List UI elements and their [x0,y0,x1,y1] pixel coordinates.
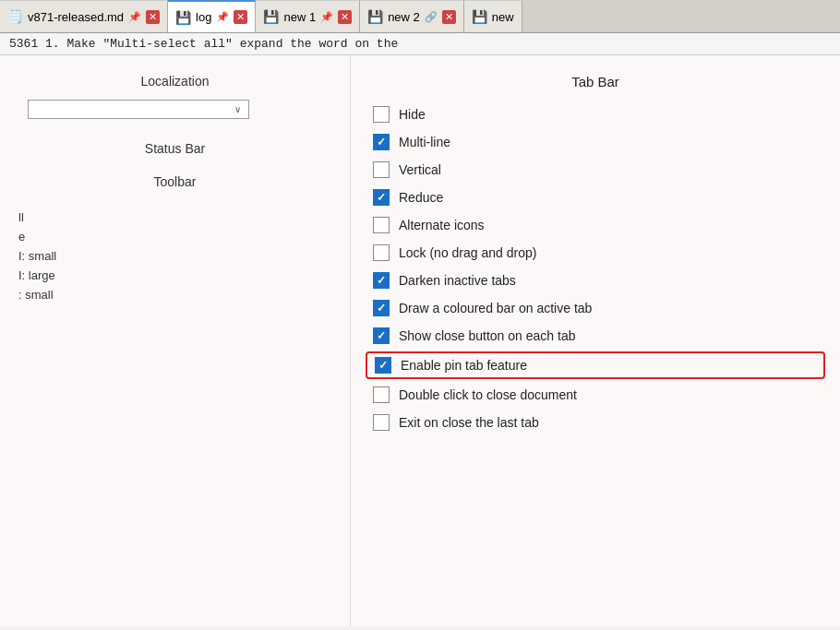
sidebar-text-section: ll e I: small I: large : small [18,208,331,304]
tab-new1[interactable]: 💾 new 1 📌 ✕ [256,0,360,32]
sidebar-text-item-5: : small [18,285,331,304]
tab-save-icon: 💾 [175,10,191,25]
toolbar-label: Toolbar [18,174,331,189]
options-list: Hide Multi-line Vertical Reduce Alternat… [373,104,818,433]
checkbox-multiline[interactable] [373,134,390,150]
localization-dropdown[interactable]: ∨ [28,100,249,119]
checkbox-darken-inactive[interactable] [373,272,390,289]
option-vertical: Vertical [373,160,818,180]
option-label-enable-pin-tab[interactable]: Enable pin tab feature [401,358,527,373]
localization-label: Localization [18,74,331,89]
tab-label: new 1 [283,10,316,24]
checkbox-draw-coloured-bar[interactable] [373,300,390,316]
dropdown-container: ∨ [18,100,331,119]
option-label-hide[interactable]: Hide [399,107,426,122]
option-show-close-button: Show close button on each tab [373,326,818,346]
tab-close-button[interactable]: ✕ [146,10,160,24]
checkbox-alternate-icons[interactable] [373,217,390,233]
sidebar-text-item-4: I: large [18,266,331,285]
option-double-click-close: Double click to close document [373,385,818,405]
option-enable-pin-tab: Enable pin tab feature [366,351,825,379]
left-sidebar: Localization ∨ Status Bar Toolbar ll e I… [0,55,351,626]
pin-icon: 📌 [128,11,141,23]
tab-close-button[interactable]: ✕ [338,10,352,24]
checkbox-reduce[interactable] [373,189,390,206]
localization-section: Localization ∨ [18,74,331,119]
checkbox-lock-no-drag[interactable] [373,244,390,261]
option-label-vertical[interactable]: Vertical [399,162,441,177]
tab-save-icon: 💾 [263,9,279,24]
option-label-multiline[interactable]: Multi-line [399,135,450,149]
tab-log[interactable]: 💾 log 📌 ✕ [168,0,256,32]
tab-new[interactable]: 💾 new [464,0,522,32]
tab-label: v871-released.md [28,10,124,24]
option-label-show-close-button[interactable]: Show close button on each tab [399,328,575,343]
status-line: 5361 1. Make "Multi-select all" expand t… [0,33,840,55]
checkbox-enable-pin-tab[interactable] [375,357,391,374]
option-exit-on-close: Exit on close the last tab [373,412,818,433]
option-label-exit-on-close[interactable]: Exit on close the last tab [399,415,539,430]
tab-bar: 🗒️ v871-released.md 📌 ✕ 💾 log 📌 ✕ 💾 new … [0,0,840,33]
pin-icon: 📌 [216,11,229,23]
option-label-draw-coloured-bar[interactable]: Draw a coloured bar on active tab [399,301,592,315]
toolbar-section: Toolbar [18,174,331,189]
tab-file-icon: 🗒️ [7,9,23,24]
tab-v871[interactable]: 🗒️ v871-released.md 📌 ✕ [0,0,168,32]
pin-icon: 📌 [320,11,333,23]
status-bar-section: Status Bar [18,141,331,156]
checkbox-exit-on-close[interactable] [373,414,390,431]
tab-close-button[interactable]: ✕ [442,10,456,24]
checkbox-double-click-close[interactable] [373,386,390,403]
sidebar-text-item-3: I: small [18,246,331,266]
option-label-double-click-close[interactable]: Double click to close document [399,387,577,402]
option-alternate-icons: Alternate icons [373,215,818,235]
sidebar-text-item-2: e [18,227,331,246]
option-hide: Hide [373,104,818,125]
option-label-alternate-icons[interactable]: Alternate icons [399,218,485,232]
right-panel: Tab Bar Hide Multi-line Vertical Reduce [351,55,840,626]
checkbox-vertical[interactable] [373,161,390,178]
chevron-down-icon: ∨ [234,104,241,114]
unpin-icon: 🔗 [425,11,438,23]
tab-label: new [492,10,514,24]
tab-new2[interactable]: 💾 new 2 🔗 ✕ [360,0,464,32]
option-draw-coloured-bar: Draw a coloured bar on active tab [373,298,818,318]
status-bar-label: Status Bar [18,141,331,156]
panel-title: Tab Bar [373,74,818,89]
checkbox-show-close-button[interactable] [373,327,390,344]
option-label-lock-no-drag[interactable]: Lock (no drag and drop) [399,245,536,260]
tab-label: log [196,10,211,24]
tab-label: new 2 [388,10,420,24]
status-text: 5361 1. Make "Multi-select all" expand t… [9,37,398,51]
tab-save-icon: 💾 [367,9,383,24]
tab-save-icon: 💾 [472,9,487,24]
checkbox-hide[interactable] [373,106,390,123]
main-content: Localization ∨ Status Bar Toolbar ll e I… [0,55,840,626]
option-label-darken-inactive[interactable]: Darken inactive tabs [399,273,516,288]
sidebar-text-item-1: ll [18,208,331,227]
option-darken-inactive: Darken inactive tabs [373,270,818,291]
option-label-reduce[interactable]: Reduce [399,190,443,205]
option-lock-no-drag: Lock (no drag and drop) [373,243,818,263]
tab-close-button[interactable]: ✕ [234,10,247,24]
option-reduce: Reduce [373,187,818,208]
option-multiline: Multi-line [373,132,818,152]
